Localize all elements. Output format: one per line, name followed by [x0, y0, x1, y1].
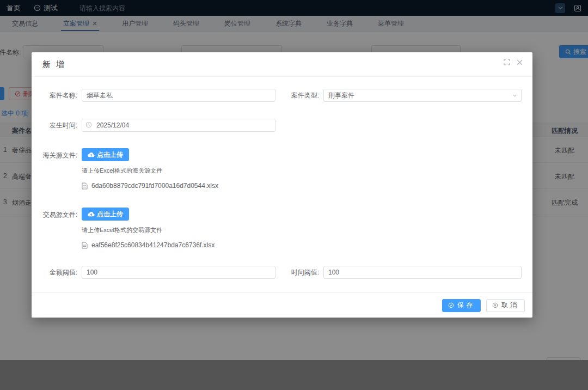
dialog-footer: 保存 取消: [32, 292, 532, 318]
amount-threshold-label: 金额阈值:: [42, 268, 82, 277]
cloud-upload-icon: [88, 211, 95, 217]
customs-file-item[interactable]: 6da60b8879cdc791fd7000a16d7d0544.xlsx: [82, 182, 218, 190]
add-case-dialog: 新 增 案件名称:: [32, 52, 532, 318]
chevron-down-icon: [512, 93, 517, 98]
trade-file-item[interactable]: eaf56e8f25c60834b41247bda7c6736f.xlsx: [82, 241, 215, 249]
document-icon: [82, 182, 88, 190]
case-name-input[interactable]: [82, 89, 275, 102]
dialog-body: 案件名称: 案件类型:: [32, 77, 532, 279]
upload-button-label: 点击上传: [97, 210, 123, 219]
trade-file-name: eaf56e8f25c60834b41247bda7c6736f.xlsx: [91, 241, 215, 249]
customs-upload-hint: 请上传Excel格式的海关源文件: [82, 167, 162, 175]
occur-time-input[interactable]: [82, 119, 275, 132]
time-threshold-input[interactable]: [323, 266, 522, 279]
customs-file-name: 6da60b8879cdc791fd7000a16d7d0544.xlsx: [91, 182, 218, 190]
save-button[interactable]: 保存: [442, 299, 481, 312]
trade-upload-button[interactable]: 点击上传: [82, 208, 129, 221]
dialog-header: 新 增: [32, 52, 532, 77]
check-circle-icon: [448, 302, 454, 308]
amount-threshold-input[interactable]: [82, 266, 275, 279]
dialog-title: 新 增: [42, 59, 66, 70]
save-button-label: 保存: [457, 301, 475, 310]
cancel-button[interactable]: 取消: [486, 299, 525, 312]
document-icon: [82, 242, 88, 249]
customs-file-label: 海关源文件:: [42, 151, 82, 160]
cancel-button-label: 取消: [501, 301, 519, 310]
app-window: 首页 测试 交易信息: [0, 0, 588, 390]
time-threshold-label: 时间阈值:: [289, 268, 323, 277]
case-type-label: 案件类型:: [289, 91, 323, 100]
case-type-select[interactable]: [323, 89, 522, 102]
trade-file-label: 交易源文件:: [42, 210, 82, 220]
clock-icon: [85, 121, 92, 128]
close-circle-icon: [492, 302, 498, 308]
upload-button-label: 点击上传: [97, 150, 123, 160]
customs-upload-button[interactable]: 点击上传: [82, 148, 129, 161]
fullscreen-icon[interactable]: [504, 59, 510, 65]
occur-time-label: 发生时间:: [42, 121, 82, 130]
trade-upload-hint: 请上传Excel格式的交易源文件: [82, 226, 162, 234]
close-icon[interactable]: [517, 59, 523, 65]
case-name-label: 案件名称:: [42, 91, 82, 100]
cloud-upload-icon: [88, 152, 95, 158]
